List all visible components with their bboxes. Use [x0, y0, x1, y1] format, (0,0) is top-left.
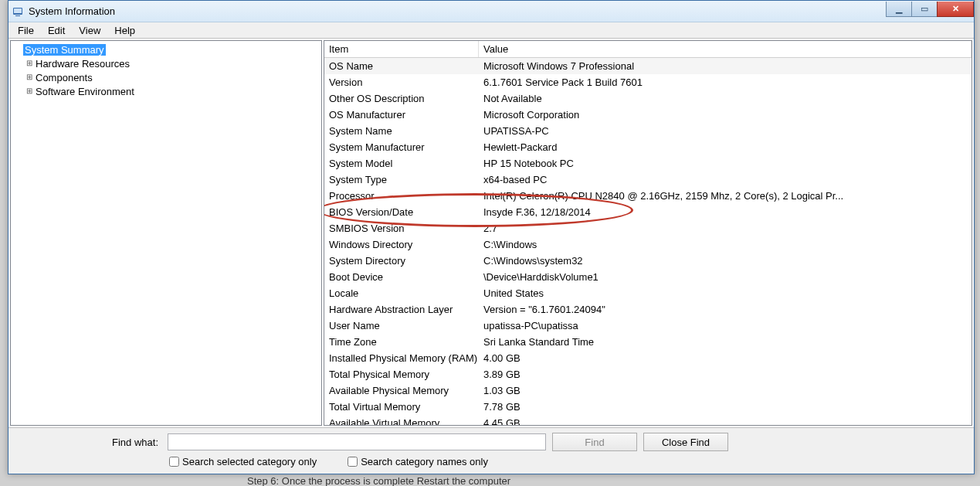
detail-row[interactable]: Hardware Abstraction LayerVersion = "6.1… [324, 301, 972, 318]
detail-item: Boot Device [324, 271, 479, 283]
detail-item: OS Name [324, 60, 479, 72]
detail-value: upatissa-PC\upatissa [479, 320, 972, 331]
detail-row[interactable]: Total Physical Memory3.89 GB [324, 366, 972, 382]
expand-icon[interactable]: ⊞ [25, 73, 34, 81]
close-button[interactable] [937, 2, 974, 17]
tree-item-components[interactable]: ⊞ Components [11, 70, 321, 84]
detail-value: 7.78 GB [479, 401, 972, 413]
detail-value: 2.7 [479, 223, 972, 234]
detail-row[interactable]: Available Physical Memory1.03 GB [324, 382, 972, 399]
content-area: System Summary ⊞ Hardware Resources ⊞ Co… [8, 38, 974, 427]
detail-value: C:\Windows\system32 [479, 255, 972, 267]
tree-item-software-environment[interactable]: ⊞ Software Environment [11, 84, 321, 98]
detail-value: 3.89 GB [479, 369, 972, 380]
checkbox-label: Search selected category only [182, 456, 317, 467]
app-icon [12, 5, 24, 18]
menu-view[interactable]: View [73, 24, 107, 37]
svg-rect-1 [14, 8, 22, 13]
detail-value: \Device\HarddiskVolume1 [479, 271, 972, 283]
detail-row[interactable]: System ModelHP 15 Notebook PC [324, 155, 972, 172]
detail-item: Other OS Description [324, 93, 479, 104]
detail-row[interactable]: OS ManufacturerMicrosoft Corporation [324, 107, 972, 123]
detail-row[interactable]: Installed Physical Memory (RAM)4.00 GB [324, 350, 972, 366]
detail-row[interactable]: LocaleUnited States [324, 285, 972, 301]
minimize-button[interactable] [886, 2, 912, 17]
checkbox-label: Search category names only [361, 456, 488, 467]
detail-value: Hewlett-Packard [479, 141, 972, 153]
detail-value: 1.03 GB [479, 385, 972, 396]
menu-edit[interactable]: Edit [42, 24, 71, 37]
detail-row[interactable]: BIOS Version/DateInsyde F.36, 12/18/2014 [324, 204, 972, 220]
tree-label: Hardware Resources [34, 58, 131, 70]
detail-item: Version [324, 76, 479, 88]
details-pane: Item Value OS NameMicrosoft Windows 7 Pr… [324, 40, 972, 426]
detail-item: Hardware Abstraction Layer [324, 304, 479, 315]
detail-value: Not Available [479, 93, 972, 104]
detail-row[interactable]: User Nameupatissa-PC\upatissa [324, 318, 972, 334]
titlebar[interactable]: System Information [8, 1, 974, 22]
detail-value: Intel(R) Celeron(R) CPU N2840 @ 2.16GHz,… [479, 190, 972, 202]
detail-item: System Model [324, 158, 479, 169]
detail-item: Total Physical Memory [324, 369, 479, 380]
detail-item: Time Zone [324, 336, 479, 348]
detail-value: United States [479, 287, 972, 299]
checkbox[interactable] [348, 457, 358, 467]
detail-item: Total Virtual Memory [324, 401, 479, 413]
detail-row[interactable]: Total Virtual Memory7.78 GB [324, 399, 972, 415]
detail-row[interactable]: Other OS DescriptionNot Available [324, 90, 972, 107]
column-header-item[interactable]: Item [324, 41, 479, 57]
detail-row[interactable]: System ManufacturerHewlett-Packard [324, 139, 972, 155]
detail-item: Available Virtual Memory [324, 417, 479, 425]
detail-row[interactable]: System NameUPATISSA-PC [324, 123, 972, 139]
detail-item: Installed Physical Memory (RAM) [324, 352, 479, 364]
details-header[interactable]: Item Value [324, 41, 972, 58]
detail-row[interactable]: ProcessorIntel(R) Celeron(R) CPU N2840 @… [324, 188, 972, 204]
detail-row[interactable]: OS NameMicrosoft Windows 7 Professional [324, 58, 972, 74]
detail-item: Windows Directory [324, 239, 479, 250]
detail-value: 4.00 GB [479, 352, 972, 364]
maximize-button[interactable] [911, 2, 938, 17]
close-find-button[interactable]: Close Find [643, 433, 728, 451]
window-title: System Information [29, 5, 115, 17]
checkbox[interactable] [169, 457, 179, 467]
tree-label: System Summary [23, 44, 106, 56]
detail-item: User Name [324, 320, 479, 331]
menu-bar: File Edit View Help [8, 22, 974, 38]
column-header-value[interactable]: Value [479, 41, 972, 57]
detail-value: UPATISSA-PC [479, 125, 972, 137]
search-category-names-checkbox[interactable]: Search category names only [348, 456, 488, 467]
expand-icon[interactable]: ⊞ [25, 87, 34, 95]
detail-item: SMBIOS Version [324, 223, 479, 234]
detail-row[interactable]: Available Virtual Memory4.45 GB [324, 415, 972, 425]
search-selected-category-checkbox[interactable]: Search selected category only [169, 456, 317, 467]
detail-item: System Type [324, 174, 479, 185]
details-body[interactable]: OS NameMicrosoft Windows 7 ProfessionalV… [324, 58, 972, 425]
page-footer-hint: Step 6: Once the process is complete Res… [247, 475, 510, 486]
detail-row[interactable]: Time ZoneSri Lanka Standard Time [324, 334, 972, 350]
tree-item-system-summary[interactable]: System Summary [11, 42, 321, 56]
find-button[interactable]: Find [552, 433, 637, 451]
tree-item-hardware-resources[interactable]: ⊞ Hardware Resources [11, 56, 321, 70]
detail-value: 4.45 GB [479, 417, 972, 425]
detail-row[interactable]: System DirectoryC:\Windows\system32 [324, 253, 972, 269]
tree-label: Components [34, 72, 94, 83]
find-bar: Find what: Find Close Find Search select… [8, 427, 974, 474]
find-input[interactable] [168, 433, 546, 450]
svg-rect-2 [15, 15, 20, 16]
detail-value: x64-based PC [479, 174, 972, 185]
detail-value: HP 15 Notebook PC [479, 158, 972, 169]
category-tree[interactable]: System Summary ⊞ Hardware Resources ⊞ Co… [10, 40, 322, 426]
detail-row[interactable]: Windows DirectoryC:\Windows [324, 236, 972, 253]
expand-icon[interactable]: ⊞ [25, 59, 34, 67]
detail-value: Insyde F.36, 12/18/2014 [479, 206, 972, 218]
detail-row[interactable]: Version6.1.7601 Service Pack 1 Build 760… [324, 74, 972, 90]
detail-value: 6.1.7601 Service Pack 1 Build 7601 [479, 76, 972, 88]
system-information-window: System Information File Edit View Help S… [8, 0, 975, 474]
detail-row[interactable]: SMBIOS Version2.7 [324, 220, 972, 236]
detail-item: Available Physical Memory [324, 385, 479, 396]
detail-row[interactable]: System Typex64-based PC [324, 172, 972, 188]
detail-row[interactable]: Boot Device\Device\HarddiskVolume1 [324, 269, 972, 285]
menu-file[interactable]: File [12, 24, 40, 37]
menu-help[interactable]: Help [108, 24, 141, 37]
detail-item: Processor [324, 190, 479, 202]
